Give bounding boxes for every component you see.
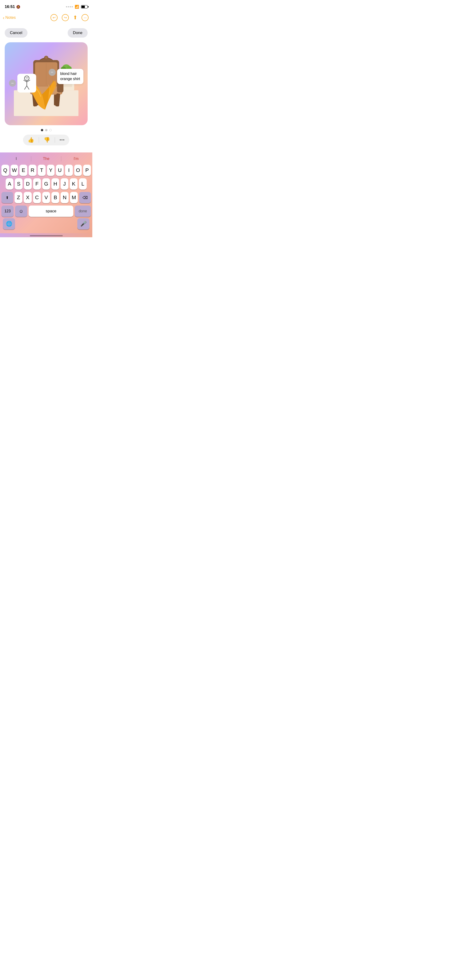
remove-annotation-left-button[interactable]: −: [9, 80, 16, 87]
key-M[interactable]: M: [70, 192, 78, 203]
space-key[interactable]: space: [29, 205, 73, 217]
keyboard-row-3: ⬆ Z X C V B N M ⌫: [2, 192, 91, 203]
pagination-dot-2[interactable]: [45, 129, 48, 131]
shift-key[interactable]: ⬆: [2, 192, 13, 203]
keyboard-row-2: A S D F G H J K L: [2, 178, 91, 189]
nav-actions: ↩ ↪ ⬆ ···: [51, 14, 89, 21]
ellipsis-icon: ···: [84, 15, 86, 20]
thumb-divider: [39, 137, 39, 143]
key-F[interactable]: F: [33, 178, 41, 189]
key-G[interactable]: G: [42, 178, 50, 189]
pagination-dot-3[interactable]: [49, 129, 52, 131]
key-V[interactable]: V: [42, 192, 50, 203]
more-button[interactable]: ···: [81, 14, 89, 21]
stick-figure-thumbnail: [17, 74, 36, 92]
predictive-word-2[interactable]: The: [31, 157, 61, 161]
thumb-divider-2: [55, 137, 55, 143]
status-time: 16:51 🔕: [5, 5, 20, 9]
svg-line-29: [27, 86, 29, 89]
undo-icon: ↩: [52, 16, 56, 20]
emoji-key[interactable]: ☺: [15, 205, 27, 217]
signal-icon: [66, 6, 73, 7]
key-N[interactable]: N: [60, 192, 68, 203]
key-P[interactable]: P: [83, 165, 91, 176]
annotation-left: −: [9, 74, 36, 92]
action-row: Cancel Done: [5, 28, 87, 38]
key-T[interactable]: T: [38, 165, 46, 176]
annotation-text: blond hair orange shirt: [60, 72, 80, 81]
bell-muted-icon: 🔕: [16, 5, 20, 9]
key-Q[interactable]: Q: [2, 165, 9, 176]
key-I[interactable]: I: [65, 165, 73, 176]
status-bar: 16:51 🔕 📶: [0, 0, 92, 12]
key-S[interactable]: S: [15, 178, 22, 189]
battery-icon: [81, 5, 87, 8]
thumbs-row: 👍 👎 •••: [5, 135, 87, 145]
annotation-text-bubble: blond hair orange shirt: [57, 69, 84, 84]
keyboard: I The I'm Q W E R T Y U I O P A S D F G …: [0, 153, 92, 233]
svg-line-28: [24, 86, 27, 89]
thumbs-container: 👍 👎 •••: [23, 135, 70, 145]
image-card-wrapper: −: [5, 42, 87, 125]
thumbs-down-button[interactable]: 👎: [44, 137, 50, 143]
key-C[interactable]: C: [33, 192, 41, 203]
status-indicators: 📶: [66, 5, 87, 9]
redo-icon: ↪: [64, 16, 67, 20]
key-E[interactable]: E: [19, 165, 27, 176]
image-card: −: [5, 42, 87, 125]
remove-annotation-right-button[interactable]: −: [49, 69, 56, 76]
time-display: 16:51: [5, 5, 15, 9]
svg-point-24: [24, 76, 29, 81]
keyboard-bottom-row: 123 ☺ space done: [2, 205, 91, 217]
microphone-key[interactable]: 🎤: [77, 218, 89, 229]
pagination-dots: [5, 129, 87, 131]
back-label: Notes: [5, 15, 16, 20]
content-area: Cancel Done: [0, 24, 92, 153]
predictive-word-1[interactable]: I: [2, 157, 31, 161]
done-button[interactable]: Done: [68, 28, 87, 38]
globe-key[interactable]: 🌐: [3, 218, 15, 229]
key-J[interactable]: J: [60, 178, 68, 189]
thumbs-more-button[interactable]: •••: [60, 138, 65, 143]
navigation-bar: ‹ Notes ↩ ↪ ⬆ ···: [0, 12, 92, 24]
keyboard-row-1: Q W E R T Y U I O P: [2, 165, 91, 176]
chevron-left-icon: ‹: [3, 15, 5, 20]
key-B[interactable]: B: [51, 192, 59, 203]
keyboard-globe-mic-row: 🌐 🎤: [2, 218, 91, 229]
predictive-word-3[interactable]: I'm: [61, 157, 91, 161]
svg-point-13: [45, 56, 48, 59]
home-indicator-area: [0, 233, 92, 237]
key-H[interactable]: H: [51, 178, 59, 189]
key-R[interactable]: R: [29, 165, 37, 176]
key-D[interactable]: D: [24, 178, 32, 189]
key-Y[interactable]: Y: [47, 165, 55, 176]
redo-button[interactable]: ↪: [62, 14, 69, 21]
annotation-right: − blond hair orange shirt: [49, 69, 84, 84]
key-K[interactable]: K: [70, 178, 78, 189]
back-button[interactable]: ‹ Notes: [3, 15, 16, 20]
key-X[interactable]: X: [24, 192, 32, 203]
key-Z[interactable]: Z: [14, 192, 22, 203]
home-bar: [30, 235, 63, 236]
svg-rect-23: [54, 94, 57, 105]
key-L[interactable]: L: [79, 178, 87, 189]
thumbs-up-button[interactable]: 👍: [28, 137, 34, 143]
wifi-icon: 📶: [75, 5, 79, 9]
delete-key[interactable]: ⌫: [79, 192, 91, 203]
key-O[interactable]: O: [74, 165, 82, 176]
undo-button[interactable]: ↩: [51, 14, 57, 21]
key-A[interactable]: A: [6, 178, 13, 189]
key-W[interactable]: W: [11, 165, 18, 176]
predictive-row: I The I'm: [2, 155, 91, 162]
cancel-button[interactable]: Cancel: [5, 28, 27, 38]
share-button[interactable]: ⬆: [73, 14, 77, 21]
pagination-dot-1[interactable]: [41, 129, 43, 131]
key-U[interactable]: U: [56, 165, 64, 176]
numbers-key[interactable]: 123: [2, 205, 14, 217]
keyboard-done-key[interactable]: done: [75, 205, 91, 217]
